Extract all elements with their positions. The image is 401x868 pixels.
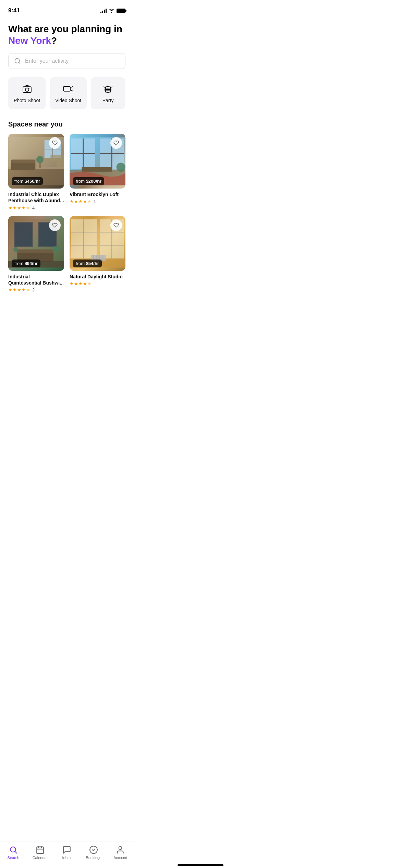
category-video-shoot[interactable]: Video Shoot xyxy=(50,77,87,109)
price-badge-daylight: from $54/hr xyxy=(73,260,102,267)
svg-rect-44 xyxy=(17,249,53,253)
categories-row: Photo Shoot Video Shoot xyxy=(8,77,125,111)
favorite-btn-daylight[interactable] xyxy=(110,219,122,231)
space-info-duplex: Industrial Chic Duplex Penthouse with Ab… xyxy=(8,189,64,210)
space-image-duplex: from $450/hr xyxy=(8,134,64,189)
video-camera-icon xyxy=(63,83,74,94)
space-info-daylight: Natural Daylight Studio ★ ★ ★ ★ ★ xyxy=(70,271,125,286)
status-bar: 9:41 xyxy=(0,0,134,16)
price-badge-duplex: from $450/hr xyxy=(12,177,43,185)
space-card-daylight[interactable]: from $54/hr Natural Daylight Studio xyxy=(70,216,125,292)
space-image-daylight: from $54/hr xyxy=(70,216,125,271)
signal-icon xyxy=(100,8,107,13)
svg-line-9 xyxy=(111,87,112,87)
review-count-duplex: 4 xyxy=(32,205,35,210)
space-name-brooklyn: Vibrant Brooklyn Loft xyxy=(70,191,125,197)
space-card-bushwick[interactable]: from $94/hr Industrial Quintessential Bu… xyxy=(8,216,64,292)
stars-duplex: ★ ★ ★ ★ ★ xyxy=(8,205,30,210)
category-photo-shoot[interactable]: Photo Shoot xyxy=(8,77,46,109)
svg-rect-39 xyxy=(14,222,33,246)
space-rating-bushwick: ★ ★ ★ ★ ★ 2 xyxy=(8,287,64,292)
svg-point-4 xyxy=(29,88,30,88)
status-icons xyxy=(100,8,125,13)
svg-point-45 xyxy=(13,247,18,252)
price-badge-brooklyn: from $200/hr xyxy=(73,177,104,185)
stars-brooklyn: ★ ★ ★ ★ ★ xyxy=(70,199,92,204)
search-icon xyxy=(14,58,21,64)
wifi-icon xyxy=(109,9,114,13)
headline: What are you planning in New York? xyxy=(8,23,125,46)
photo-shoot-label: Photo Shoot xyxy=(14,98,40,103)
svg-rect-27 xyxy=(39,163,41,168)
category-party[interactable]: Party xyxy=(91,77,125,109)
party-label: Party xyxy=(102,98,114,103)
svg-line-8 xyxy=(104,87,105,87)
favorite-btn-duplex[interactable] xyxy=(49,137,61,149)
svg-rect-5 xyxy=(63,86,70,91)
camera-icon xyxy=(22,83,33,94)
svg-point-3 xyxy=(25,88,29,92)
heart-icon-brooklyn xyxy=(113,140,119,146)
heart-icon-bushwick xyxy=(52,222,58,228)
disco-ball-icon xyxy=(102,83,113,94)
space-info-brooklyn: Vibrant Brooklyn Loft ★ ★ ★ ★ ★ 1 xyxy=(70,189,125,204)
status-time: 9:41 xyxy=(8,7,20,14)
battery-icon xyxy=(117,9,125,13)
spaces-section: Spaces near you xyxy=(8,120,125,299)
space-name-bushwick: Industrial Quintessential Bushwi... xyxy=(8,274,64,286)
space-image-brooklyn: from $200/hr xyxy=(70,134,125,189)
space-rating-duplex: ★ ★ ★ ★ ★ 4 xyxy=(8,205,64,210)
heart-icon-duplex xyxy=(52,140,58,146)
search-bar[interactable]: Enter your activity xyxy=(8,53,125,69)
headline-punctuation: ? xyxy=(51,35,57,46)
review-count-brooklyn: 1 xyxy=(94,199,96,204)
space-card-duplex[interactable]: from $450/hr Industrial Chic Duplex Pent… xyxy=(8,134,64,210)
video-shoot-label: Video Shoot xyxy=(55,98,81,103)
space-name-daylight: Natural Daylight Studio xyxy=(70,274,125,280)
space-card-brooklyn[interactable]: from $200/hr Vibrant Brooklyn Loft ★ xyxy=(70,134,125,210)
svg-point-26 xyxy=(36,156,44,163)
space-info-bushwick: Industrial Quintessential Bushwi... ★ ★ … xyxy=(8,271,64,292)
favorite-btn-bushwick[interactable] xyxy=(49,219,61,231)
headline-text: What are you planning in xyxy=(8,24,122,34)
space-image-bushwick: from $94/hr xyxy=(8,216,64,271)
search-placeholder: Enter your activity xyxy=(25,58,69,64)
headline-location: New York xyxy=(8,35,51,46)
favorite-btn-brooklyn[interactable] xyxy=(110,137,122,149)
svg-point-46 xyxy=(53,246,60,252)
spaces-section-title: Spaces near you xyxy=(8,120,125,128)
heart-icon-daylight xyxy=(113,222,119,228)
space-rating-brooklyn: ★ ★ ★ ★ ★ 1 xyxy=(70,199,125,204)
svg-point-37 xyxy=(117,163,125,172)
svg-rect-36 xyxy=(82,167,112,172)
svg-line-1 xyxy=(19,62,20,64)
svg-rect-2 xyxy=(23,87,31,93)
stars-daylight: ★ ★ ★ ★ ★ xyxy=(70,281,92,286)
stars-bushwick: ★ ★ ★ ★ ★ xyxy=(8,287,30,292)
price-badge-bushwick: from $94/hr xyxy=(12,260,40,267)
review-count-bushwick: 2 xyxy=(32,287,35,292)
space-rating-daylight: ★ ★ ★ ★ ★ xyxy=(70,281,125,286)
svg-rect-25 xyxy=(11,160,35,164)
space-name-duplex: Industrial Chic Duplex Penthouse with Ab… xyxy=(8,191,64,204)
spaces-grid: from $450/hr Industrial Chic Duplex Pent… xyxy=(8,134,125,299)
